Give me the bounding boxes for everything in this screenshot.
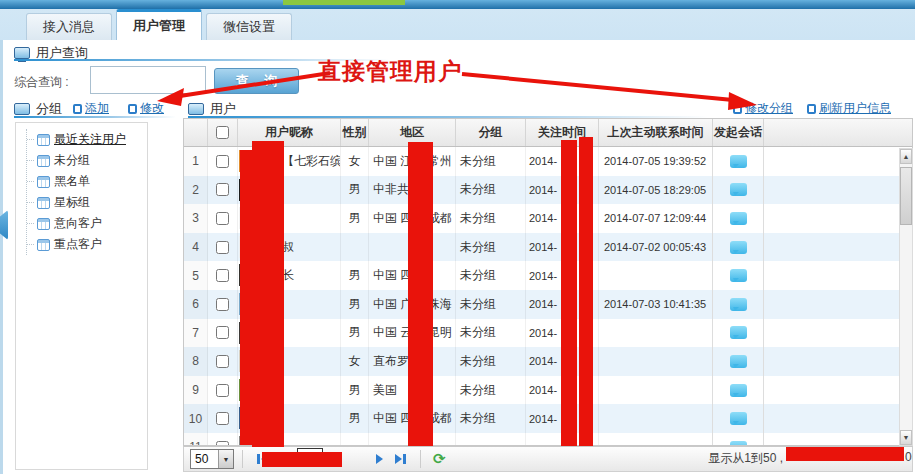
row-checkbox[interactable] — [216, 269, 229, 282]
last-contact-cell — [599, 376, 713, 405]
redaction-box — [579, 137, 593, 446]
group-grid-icon — [37, 176, 50, 188]
redaction-box — [786, 447, 904, 461]
row-checkbox[interactable] — [216, 155, 229, 168]
last-page-button[interactable] — [389, 454, 412, 464]
table-row: 11 — [184, 433, 912, 446]
modify-group-box-icon — [733, 104, 742, 114]
scroll-up-button[interactable]: ▲ — [900, 149, 912, 164]
page-size-select[interactable]: 50 ▼ — [190, 449, 234, 469]
gender-cell — [341, 433, 369, 446]
last-contact-cell: 2014-07-05 18:29:05 — [599, 176, 713, 205]
tab-wechat-settings[interactable]: 微信设置 — [206, 13, 292, 40]
tree-item-prospective-customers[interactable]: 意向客户 — [27, 213, 147, 234]
monitor-icon — [14, 47, 30, 59]
tab-incoming-messages[interactable]: 接入消息 — [26, 13, 112, 40]
refresh-box-icon — [807, 104, 816, 114]
table-row: 10 男 中国 四川 成都 未分组 2014- — [184, 404, 912, 433]
last-contact-cell — [599, 319, 713, 348]
modify-group-link[interactable]: 修改分组 — [733, 100, 793, 117]
next-page-button[interactable] — [370, 454, 389, 464]
row-checkbox[interactable] — [216, 326, 229, 339]
scroll-down-button[interactable]: ▼ — [900, 430, 912, 445]
col-group[interactable]: 分组 — [456, 119, 526, 146]
combined-query-label: 综合查询 : — [14, 74, 69, 91]
refresh-icon[interactable]: ⟳ — [433, 450, 446, 468]
tree-item-label: 最近关注用户 — [54, 131, 126, 148]
table-row: 8 女 直布罗陀 未分组 2014- — [184, 347, 912, 376]
group-grid-icon — [37, 239, 50, 251]
chat-bubble-icon[interactable] — [730, 355, 747, 368]
chat-bubble-icon[interactable] — [730, 298, 747, 311]
last-contact-cell — [599, 433, 713, 446]
group-cell: 未分组 — [456, 176, 526, 205]
row-number: 10 — [184, 404, 208, 433]
gender-cell: 女 — [341, 347, 369, 376]
tab-user-management[interactable]: 用户管理 — [116, 9, 202, 40]
row-number: 8 — [184, 347, 208, 376]
divider — [242, 450, 243, 468]
table-body: 1 【七彩石缤 女 中国 江苏 常州 未分组 2014- 2014-07-05 … — [184, 147, 912, 446]
chat-bubble-icon[interactable] — [730, 183, 747, 196]
monitor-icon — [188, 103, 204, 115]
group-grid-icon — [37, 134, 50, 146]
refresh-user-label: 刷新用户信息 — [819, 100, 891, 117]
table-row: 1 【七彩石缤 女 中国 江苏 常州 未分组 2014- 2014-07-05 … — [184, 147, 912, 176]
group-add-label: 添加 — [85, 100, 109, 117]
group-grid-icon — [37, 197, 50, 209]
row-checkbox[interactable] — [216, 355, 229, 368]
chat-bubble-icon[interactable] — [730, 241, 747, 254]
select-all-checkbox[interactable] — [216, 126, 229, 139]
row-checkbox[interactable] — [216, 241, 229, 254]
edit-box-icon — [128, 104, 137, 114]
col-last-contact[interactable]: 上次主动联系时间 — [599, 119, 713, 146]
row-checkbox[interactable] — [216, 298, 229, 311]
group-grid-icon — [37, 218, 50, 230]
tree-item-ungrouped[interactable]: 未分组 — [27, 150, 147, 171]
redaction-box — [262, 452, 342, 467]
table-row: 4 叔 未分组 2014- 2014-07-02 00:05:43 — [184, 233, 912, 262]
table-row: 3 男 中国 四川 成都 未分组 2014- 2014-07-07 12:09:… — [184, 204, 912, 233]
chat-bubble-icon[interactable] — [730, 155, 747, 168]
group-cell: 未分组 — [456, 376, 526, 405]
tree-item-blacklist[interactable]: 黑名单 — [27, 171, 147, 192]
tree-item-label: 未分组 — [54, 152, 90, 169]
table-row: 9 男 美国 未分组 2014- — [184, 376, 912, 405]
row-checkbox[interactable] — [216, 183, 229, 196]
chat-bubble-icon[interactable] — [730, 326, 747, 339]
row-number: 2 — [184, 176, 208, 205]
combined-query-input[interactable] — [90, 66, 206, 94]
redaction-box — [561, 140, 577, 446]
group-cell: 未分组 — [456, 319, 526, 348]
scrollbar-thumb[interactable] — [900, 167, 912, 225]
table-row: 2 男 中非共和国 未分组 2014- 2014-07-05 18:29:05 — [184, 176, 912, 205]
row-checkbox[interactable] — [216, 384, 229, 397]
tree-item-starred[interactable]: 星标组 — [27, 192, 147, 213]
group-tree-panel: 最近关注用户 未分组 黑名单 星标组 意向客户 重点客户 — [15, 122, 148, 470]
col-start-chat[interactable]: 发起会话 — [713, 119, 764, 146]
row-number: 7 — [184, 319, 208, 348]
last-contact-cell — [599, 261, 713, 290]
gender-cell: 男 — [341, 176, 369, 205]
gender-cell: 男 — [341, 376, 369, 405]
header-rownum — [184, 119, 208, 146]
divider — [420, 450, 421, 468]
tree-item-label: 意向客户 — [54, 215, 102, 232]
refresh-user-info-link[interactable]: 刷新用户信息 — [807, 100, 891, 117]
table-vertical-scrollbar[interactable]: ▲ ▼ — [899, 148, 913, 446]
tree-item-key-customers[interactable]: 重点客户 — [27, 234, 147, 255]
row-number: 9 — [184, 376, 208, 405]
group-add-link[interactable]: 添加 — [73, 100, 109, 117]
col-gender[interactable]: 性别 — [341, 119, 369, 146]
chat-bubble-icon[interactable] — [730, 384, 747, 397]
chat-bubble-icon[interactable] — [730, 212, 747, 225]
group-edit-link[interactable]: 修改 — [128, 100, 164, 117]
chat-bubble-icon[interactable] — [730, 412, 747, 425]
page-size-value: 50 — [191, 452, 218, 466]
row-checkbox[interactable] — [216, 212, 229, 225]
tree-item-recent-followers[interactable]: 最近关注用户 — [27, 129, 147, 150]
row-checkbox[interactable] — [216, 412, 229, 425]
tree-item-label: 重点客户 — [54, 236, 102, 253]
chat-bubble-icon[interactable] — [730, 269, 747, 282]
query-button[interactable]: 查 询 — [214, 68, 299, 94]
